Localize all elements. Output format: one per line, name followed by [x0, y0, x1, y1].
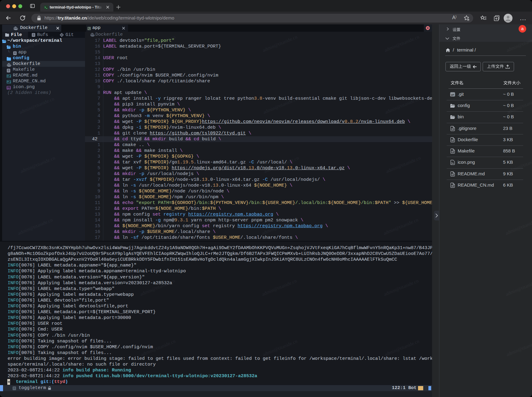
svg-text:git: git — [451, 93, 454, 96]
